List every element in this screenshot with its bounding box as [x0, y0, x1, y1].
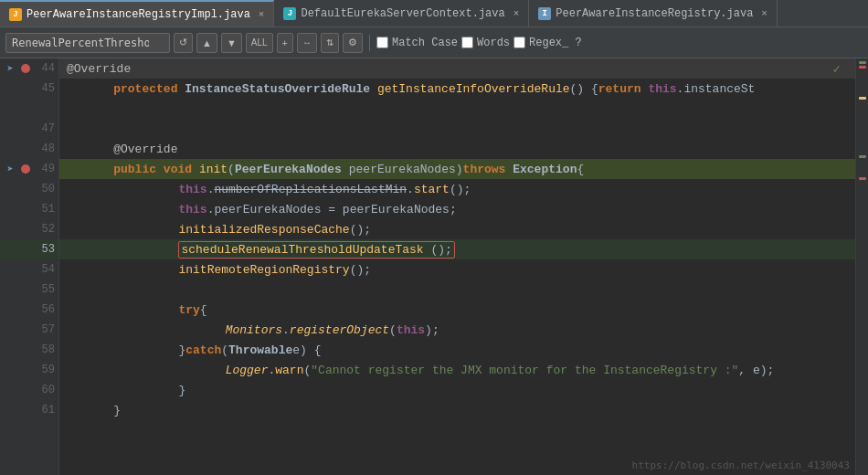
- match-case-checkbox[interactable]: Match Case: [376, 37, 458, 49]
- line-number-50: 50: [35, 183, 55, 195]
- line-number-48: 48: [35, 142, 55, 155]
- gutter-row-61: 61: [0, 400, 58, 420]
- gutter-row-50: 50: [0, 179, 58, 199]
- keyword-protected: protected: [113, 82, 177, 96]
- tab-icon-java: J: [9, 8, 22, 21]
- line-number-55: 55: [35, 283, 55, 296]
- search-result-highlight: scheduleRenewalThresholdUpdateTask ();: [178, 241, 454, 259]
- code-line-49: public void init ( PeerEurekaNodes peerE…: [59, 159, 855, 179]
- gutter-row-56: 56: [0, 300, 58, 320]
- toggle-button[interactable]: ⇅: [321, 33, 339, 53]
- next-button[interactable]: ▼: [221, 33, 242, 53]
- code-line-54: initRemoteRegionRegistry ();: [59, 259, 855, 280]
- code-line-45: protected InstanceStatusOverrideRule get…: [59, 79, 855, 99]
- words-checkbox[interactable]: Words: [461, 37, 510, 49]
- line-number-45: 45: [35, 82, 55, 95]
- regex-checkbox[interactable]: Regex_ ?: [513, 37, 582, 49]
- filter-button[interactable]: ⚙: [343, 33, 363, 53]
- tab-label-2: DefaultEurekaServerContext.java: [301, 7, 504, 20]
- code-line-57: Monitors . registerObject ( this );: [59, 320, 855, 340]
- keyword-return: return: [598, 82, 641, 96]
- words-input[interactable]: [461, 37, 473, 48]
- line-number-60: 60: [35, 384, 55, 396]
- type-instancestatus: InstanceStatusOverrideRule: [185, 82, 370, 96]
- keyword-public: public: [113, 163, 156, 176]
- scroll-marker-1: [859, 61, 866, 64]
- undo-button[interactable]: ↺: [174, 33, 193, 53]
- keyword-void: void: [164, 163, 192, 176]
- space2: [370, 82, 377, 96]
- line-number-58: 58: [35, 343, 55, 356]
- method-schedule: scheduleRenewalThresholdUpdateTask: [181, 243, 423, 257]
- arrow-icon-49: ➤: [4, 163, 16, 175]
- tab-defaulteurekaservercontext[interactable]: J DefaultEurekaServerContext.java ×: [274, 0, 529, 26]
- gutter-row-55: 55: [0, 280, 58, 300]
- code-lines-container: @Override ✓ protected InstanceStatusOver…: [59, 58, 855, 475]
- method-logger: Logger: [226, 364, 269, 377]
- code-line-47: [59, 119, 855, 139]
- var-peereurekamodes: peerEurekaNodes: [349, 163, 456, 176]
- tab-close-3[interactable]: ×: [761, 8, 767, 19]
- tab-label-3: PeerAwareInstanceRegistry.java: [556, 7, 753, 20]
- code-line-52: initializedResponseCache ();: [59, 219, 855, 239]
- gutter-row-54: 54: [0, 259, 58, 280]
- code-line-48: @Override: [59, 139, 855, 159]
- separator-1: [369, 35, 370, 51]
- search-bar: ↺ ▲ ▼ ALL + ↔ ⇅ ⚙ Match Case Words Regex…: [0, 27, 868, 58]
- method-start: start: [414, 183, 450, 196]
- line-gutter: ➤ 44 45 47 48 ➤ 49 50 51 52: [0, 58, 59, 475]
- this-51: this: [178, 203, 206, 216]
- tab-peerawareinstanceregistry[interactable]: I PeerAwareInstanceRegistry.java ×: [529, 0, 778, 26]
- scroll-marker-error: [859, 66, 866, 69]
- gutter-row-51: 51: [0, 199, 58, 219]
- replace-button[interactable]: ↔: [297, 33, 317, 53]
- line-number-47: 47: [35, 122, 55, 135]
- gutter-row-44: ➤ 44: [0, 58, 58, 79]
- keyword-try: try: [178, 303, 199, 317]
- method-warn: warn: [275, 364, 303, 377]
- bp-dot-49[interactable]: [19, 163, 32, 175]
- gutter-row-53: 53: [0, 239, 58, 259]
- this-keyword: this: [648, 82, 676, 96]
- code-line-blank1: [59, 99, 855, 119]
- method-numreplications: numberOfReplicationsLastMin: [214, 183, 407, 196]
- gutter-row-blank1: [0, 99, 58, 119]
- arrow-icon-44: ➤: [4, 62, 16, 75]
- type-exception: Exception: [513, 163, 577, 176]
- code-line-56: try {: [59, 300, 855, 320]
- type-throwable: Throwable: [228, 343, 292, 357]
- code-line-61: }: [59, 400, 855, 420]
- gutter-row-48: 48: [0, 139, 58, 159]
- match-case-input[interactable]: [376, 37, 388, 48]
- string-cannot-register: "Cannot register the JMX monitor for the…: [311, 364, 738, 377]
- method-getinstanceinfo: getInstanceInfoOverrideRule: [377, 82, 570, 96]
- method-initremote: initRemoteRegionRegistry: [178, 263, 349, 277]
- match-case-label: Match Case: [392, 37, 458, 49]
- method-monitors-register: Monitors: [226, 323, 282, 337]
- code-area: ➤ 44 45 47 48 ➤ 49 50 51 52: [0, 58, 868, 475]
- bp-dot-44[interactable]: [19, 62, 32, 75]
- line-number-57: 57: [35, 323, 55, 336]
- tab-bar: J PeerAwareInstanceRegistryImpl.java × J…: [0, 0, 868, 27]
- annotation-override-44: @Override: [67, 62, 131, 76]
- gutter-row-59: 59: [0, 360, 58, 380]
- regex-input[interactable]: [513, 37, 525, 48]
- annotation-override-48: @Override: [113, 142, 177, 156]
- line-number-51: 51: [35, 203, 55, 216]
- tab-icon-teal: J: [283, 7, 296, 20]
- space3: [641, 82, 649, 96]
- tab-peerawareinstanceregistryimpl[interactable]: J PeerAwareInstanceRegistryImpl.java ×: [0, 0, 274, 26]
- tab-close-2[interactable]: ×: [513, 8, 520, 19]
- search-input-wrapper[interactable]: [5, 33, 170, 53]
- add-button[interactable]: +: [277, 33, 293, 53]
- words-label: Words: [477, 37, 510, 49]
- find-all-button[interactable]: ALL: [246, 33, 273, 53]
- tab-icon-blue: I: [538, 7, 551, 20]
- scroll-marker-2: [859, 155, 866, 158]
- gutter-row-60: 60: [0, 380, 58, 400]
- scrollbar-markers[interactable]: [855, 58, 868, 475]
- tab-close-1[interactable]: ×: [259, 9, 265, 20]
- method-registerobject: registerObject: [290, 323, 389, 337]
- prev-button[interactable]: ▲: [196, 33, 217, 53]
- search-input[interactable]: [12, 37, 149, 49]
